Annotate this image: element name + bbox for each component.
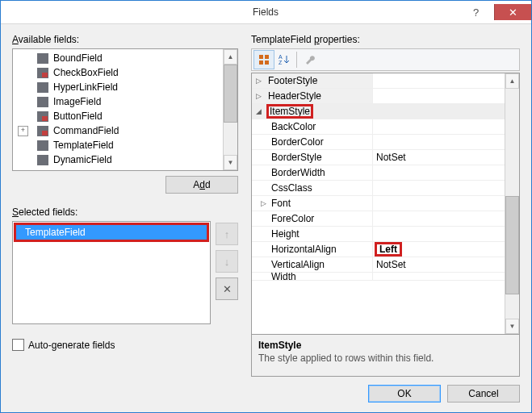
tree-item[interactable]: BoundField — [13, 51, 223, 65]
auto-generate-label: Auto-generate fields — [28, 340, 115, 351]
prop-row-width[interactable]: Width — [252, 273, 505, 281]
move-down-button[interactable]: ↓ — [216, 250, 238, 273]
scroll-up-icon[interactable]: ▲ — [224, 49, 237, 65]
prop-value[interactable] — [373, 181, 505, 195]
selected-fields-label: Selected fields: — [12, 206, 238, 218]
scroll-up-icon[interactable]: ▲ — [505, 73, 519, 89]
field-link-icon — [37, 82, 48, 93]
prop-row-height[interactable]: Height — [252, 227, 505, 242]
delete-icon: ✕ — [223, 283, 232, 295]
dialog-footer: OK Cancel — [1, 385, 531, 412]
prop-name: FooterStyle — [265, 75, 317, 86]
alphabetical-button[interactable]: A Z — [274, 51, 294, 69]
description-text: The style applied to rows within this fi… — [258, 353, 513, 364]
prop-value[interactable]: NotSet — [373, 150, 505, 165]
field-command-icon — [37, 126, 48, 136]
prop-row-borderstyle[interactable]: BorderStyle NotSet — [252, 150, 505, 165]
tree-item-label: CheckBoxField — [53, 67, 119, 78]
arrow-up-icon: ↑ — [224, 228, 230, 240]
scrollbar[interactable]: ▲ ▼ — [223, 49, 237, 170]
prop-name: BackColor — [252, 121, 316, 132]
prop-group-headerstyle[interactable]: ▷HeaderStyle — [252, 89, 505, 104]
svg-rect-2 — [259, 60, 263, 65]
close-button[interactable]: ✕ — [494, 4, 531, 20]
prop-row-font[interactable]: ▷Font — [252, 196, 505, 211]
auto-generate-checkbox[interactable]: Auto-generate fields — [12, 339, 238, 351]
tree-item-label: ButtonField — [53, 111, 103, 122]
prop-value[interactable] — [373, 119, 505, 134]
available-fields-tree[interactable]: BoundField CheckBoxField HyperLinkField — [13, 49, 223, 170]
svg-rect-3 — [265, 60, 269, 65]
svg-rect-1 — [265, 55, 269, 59]
prop-row-borderwidth[interactable]: BorderWidth — [252, 165, 505, 181]
prop-value[interactable] — [373, 227, 505, 241]
prop-value[interactable]: Left — [376, 244, 400, 255]
expand-icon[interactable]: ▷ — [257, 199, 270, 207]
prop-value[interactable] — [373, 165, 505, 180]
tree-item[interactable]: + CommandField — [13, 123, 223, 138]
available-fields-list[interactable]: BoundField CheckBoxField HyperLinkField — [12, 48, 238, 171]
selected-item-label: TemplateField — [25, 227, 86, 238]
prop-name: BorderColor — [252, 136, 324, 148]
prop-value[interactable] — [373, 135, 505, 149]
selected-item-templatefield[interactable]: TemplateField — [15, 224, 207, 240]
expand-icon[interactable]: ▷ — [252, 77, 265, 85]
prop-row-cssclass[interactable]: CssClass — [252, 181, 505, 196]
scroll-thumb[interactable] — [505, 196, 519, 294]
property-grid[interactable]: ▷FooterStyle ▷HeaderStyle ◢ItemStyle — [251, 73, 520, 335]
checkbox-icon[interactable] — [12, 339, 24, 351]
field-template-icon — [37, 140, 48, 151]
expand-icon[interactable]: + — [18, 126, 28, 136]
prop-name: CssClass — [252, 182, 312, 194]
prop-value[interactable] — [373, 196, 505, 211]
description-title: ItemStyle — [258, 340, 513, 351]
tree-item-label: HyperLinkField — [53, 81, 118, 93]
prop-row-backcolor[interactable]: BackColor — [252, 119, 505, 135]
prop-name: HorizontalAlign — [252, 244, 337, 255]
delete-button[interactable]: ✕ — [216, 277, 238, 300]
prop-name: BorderStyle — [252, 152, 322, 163]
expand-icon[interactable]: ▷ — [252, 92, 265, 100]
ok-button[interactable]: OK — [368, 385, 441, 403]
tree-item[interactable]: CheckBoxField — [13, 65, 223, 80]
prop-name: ForeColor — [252, 213, 314, 224]
tree-item-label: TemplateField — [53, 140, 114, 151]
tree-item[interactable]: HyperLinkField — [13, 80, 223, 94]
available-fields-label: Available fields: — [12, 34, 238, 45]
collapse-icon[interactable]: ◢ — [252, 107, 265, 115]
prop-row-bordercolor[interactable]: BorderColor — [252, 135, 505, 150]
prop-name: BorderWidth — [252, 167, 325, 178]
tree-item-label: ImageField — [53, 96, 101, 107]
selected-fields-list[interactable]: TemplateField — [12, 221, 211, 324]
scroll-down-icon[interactable]: ▼ — [224, 155, 237, 170]
prop-group-itemstyle[interactable]: ◢ItemStyle — [252, 104, 505, 119]
tree-item[interactable]: DynamicField — [13, 152, 223, 167]
prop-value[interactable]: NotSet — [373, 257, 505, 272]
cancel-button[interactable]: Cancel — [447, 385, 520, 403]
tree-item[interactable]: ButtonField — [13, 109, 223, 123]
tree-item[interactable]: TemplateField — [13, 138, 223, 152]
titlebar: Fields ? ✕ — [1, 1, 531, 24]
categorized-button[interactable] — [253, 50, 274, 69]
tree-item-label: CommandField — [53, 125, 119, 136]
svg-text:A: A — [279, 54, 283, 60]
prop-name: VerticalAlign — [252, 259, 325, 270]
prop-value[interactable] — [373, 211, 505, 226]
svg-rect-0 — [259, 55, 263, 59]
scroll-down-icon[interactable]: ▼ — [505, 319, 519, 334]
properties-page-button[interactable] — [300, 51, 319, 69]
alphabetical-icon: A Z — [279, 54, 290, 65]
prop-row-verticalalign[interactable]: VerticalAlign NotSet — [252, 257, 505, 273]
scrollbar[interactable]: ▲ ▼ — [505, 73, 519, 334]
help-button[interactable]: ? — [458, 4, 494, 20]
tree-item-label: BoundField — [53, 52, 103, 64]
tree-item[interactable]: ImageField — [13, 94, 223, 109]
prop-value[interactable] — [373, 273, 505, 280]
prop-row-horizontalalign[interactable]: HorizontalAlign Left — [252, 242, 505, 257]
move-up-button[interactable]: ↑ — [216, 223, 238, 245]
prop-group-footerstyle[interactable]: ▷FooterStyle — [252, 73, 505, 89]
scroll-thumb[interactable] — [224, 65, 237, 123]
window-title: Fields — [73, 6, 458, 18]
add-button[interactable]: Add — [165, 176, 238, 194]
prop-row-forecolor[interactable]: ForeColor — [252, 211, 505, 227]
